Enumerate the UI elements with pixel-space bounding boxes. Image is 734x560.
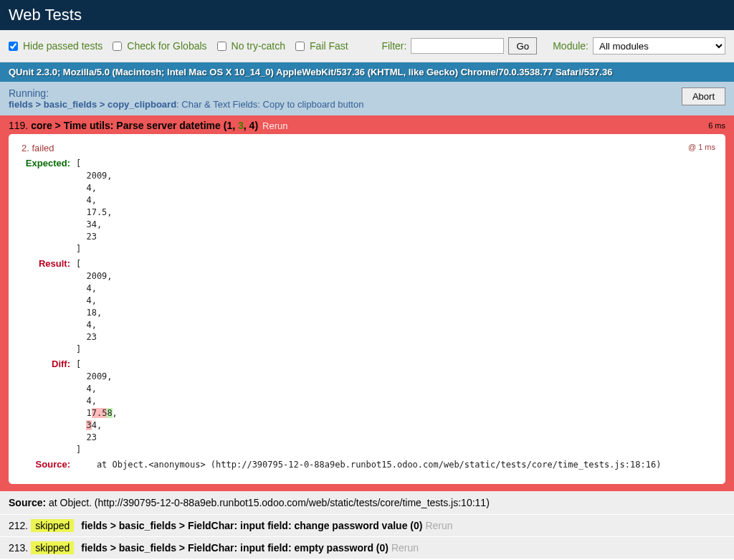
- test-duration: 6 ms: [708, 121, 725, 130]
- test-title[interactable]: fields > basic_fields > FieldChar: input…: [81, 542, 373, 554]
- rerun-link[interactable]: Rerun: [262, 120, 287, 131]
- result-value: [ 2009, 4, 4, 18, 4, 23 ]: [76, 258, 113, 356]
- test-count: (0): [376, 542, 389, 554]
- filter-label: Filter:: [381, 40, 406, 52]
- test-counts: (1, 3, 4): [224, 120, 258, 131]
- check-globals-checkbox[interactable]: [113, 42, 122, 51]
- source-label: Source:: [19, 459, 76, 471]
- check-globals-text: Check for Globals: [127, 40, 206, 52]
- running-label: Running:: [9, 87, 363, 99]
- expected-value: [ 2009, 4, 4, 17.5, 34, 23 ]: [76, 158, 113, 255]
- diff-label: Diff:: [19, 359, 76, 456]
- abort-button[interactable]: Abort: [682, 87, 725, 105]
- fail-fast-text: Fail Fast: [310, 40, 348, 52]
- assertion-time: @ 1 ms: [688, 143, 715, 153]
- toolbar: Hide passed tests Check for Globals No t…: [0, 30, 734, 62]
- running-path[interactable]: fields > basic_fields > copy_clipboard: [9, 99, 176, 110]
- page-title: Web Tests: [0, 0, 734, 30]
- expected-label: Expected:: [19, 158, 76, 255]
- test-number: 212.: [9, 520, 28, 531]
- no-trycatch-checkbox[interactable]: [217, 42, 227, 51]
- rerun-link[interactable]: Rerun: [425, 520, 452, 531]
- skipped-badge: skipped: [31, 541, 74, 554]
- running-desc: : Char & Text Fields: Copy to clipboard …: [176, 99, 363, 110]
- module-select[interactable]: All modules: [593, 37, 725, 54]
- check-globals-label[interactable]: Check for Globals: [113, 40, 206, 52]
- rerun-link[interactable]: Rerun: [391, 542, 419, 554]
- diff-value: [ 2009, 4, 4, 17.58, 34, 23 ]: [76, 359, 118, 456]
- test-title[interactable]: core > Time utils: Parse server datetime: [31, 120, 221, 131]
- running-bar: Running: fields > basic_fields > copy_cl…: [0, 82, 734, 115]
- hide-passed-checkbox[interactable]: [9, 42, 18, 51]
- module-label: Module:: [553, 40, 588, 52]
- skipped-test-row: 212. skipped fields > basic_fields > Fie…: [0, 514, 734, 536]
- test-detail: 2. failed @ 1 ms Expected:[ 2009, 4, 4, …: [9, 134, 725, 484]
- filter-input[interactable]: [411, 38, 504, 54]
- fail-fast-label[interactable]: Fail Fast: [295, 40, 348, 52]
- go-button[interactable]: Go: [508, 37, 537, 54]
- source-bottom: Source: at Object. (http://390795-12-0-8…: [0, 491, 734, 514]
- result-label: Result:: [19, 258, 76, 356]
- test-number: 119.: [9, 120, 28, 131]
- no-trycatch-label[interactable]: No try-catch: [217, 40, 285, 52]
- hide-passed-text: Hide passed tests: [23, 40, 103, 52]
- skipped-test-row: 213. skipped fields > basic_fields > Fie…: [0, 536, 734, 559]
- hide-passed-label[interactable]: Hide passed tests: [9, 40, 103, 52]
- user-agent-bar: QUnit 2.3.0; Mozilla/5.0 (Macintosh; Int…: [0, 62, 734, 82]
- skipped-badge: skipped: [31, 519, 74, 532]
- source-value: at Object.<anonymous> (http://390795-12-…: [76, 459, 661, 471]
- assertion-fail-label[interactable]: 2. failed: [22, 143, 54, 153]
- test-count: (0): [410, 520, 422, 531]
- no-trycatch-text: No try-catch: [232, 40, 285, 52]
- fail-fast-checkbox[interactable]: [295, 42, 305, 51]
- fail-test-block: 119. core > Time utils: Parse server dat…: [0, 115, 734, 491]
- test-title[interactable]: fields > basic_fields > FieldChar: input…: [81, 520, 407, 531]
- test-number: 213.: [9, 542, 28, 554]
